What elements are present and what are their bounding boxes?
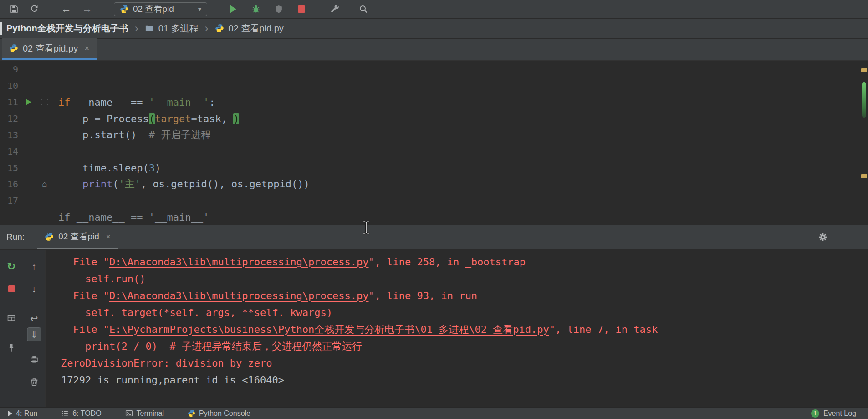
code-line[interactable]: if __name__ == '__main__':: [54, 97, 215, 108]
search-everywhere-button[interactable]: [357, 2, 370, 16]
console-line: File "E:\PycharmProjects\business\Python…: [61, 321, 868, 338]
sync-icon: [30, 5, 39, 14]
run-left-toolbar: ↻: [0, 250, 23, 407]
soft-wrap-button[interactable]: ↩: [28, 312, 41, 325]
settings-wrench-button[interactable]: [328, 2, 342, 16]
line-number[interactable]: 16: [0, 179, 22, 190]
save-all-button[interactable]: [7, 2, 21, 16]
editor-line: 10: [0, 78, 860, 94]
line-number[interactable]: 9: [0, 64, 22, 75]
toolwindow-run-button[interactable]: 4: Run: [8, 409, 37, 418]
traceback-file-link[interactable]: E:\PycharmProjects\business\Python全栈开发与分…: [109, 324, 549, 335]
editor-line: 15 time.sleep(3): [0, 160, 860, 176]
run-button[interactable]: [226, 2, 240, 16]
stripe-mark[interactable]: [861, 174, 867, 178]
editor-line: 9: [0, 61, 860, 78]
code-line[interactable]: print('主', os.getpid(), os.getppid()): [54, 177, 310, 191]
close-tab-icon[interactable]: ×: [84, 43, 89, 53]
run-toolwindow-icon: [8, 411, 12, 416]
run-config-label: 02 查看pid: [133, 3, 174, 15]
shield-icon: [274, 5, 283, 14]
main-toolbar: ← → 02 查看pid ▾: [0, 0, 868, 18]
coverage-button[interactable]: [272, 2, 286, 16]
breadcrumb-separator: ›: [135, 23, 138, 34]
soft-wrap-icon: ↩: [30, 314, 38, 323]
code-line[interactable]: time.sleep(3): [54, 162, 161, 174]
console-line: ZeroDivisionError: division by zero: [61, 355, 868, 372]
restore-layout-button[interactable]: [5, 312, 18, 325]
gutter-fold-column: −: [36, 99, 54, 105]
event-log-badge[interactable]: 1: [811, 409, 819, 418]
toolwindow-python-console-button[interactable]: Python Console: [188, 409, 250, 418]
scroll-to-end-button[interactable]: ⇓: [27, 327, 41, 341]
python-console-label: Python Console: [199, 409, 250, 418]
up-stack-trace-button[interactable]: ↑: [28, 260, 41, 273]
console-text: 17292 is running,parent id is <16040>: [61, 374, 284, 386]
bug-icon: [251, 5, 260, 14]
run-settings-button[interactable]: [817, 231, 829, 243]
debug-button[interactable]: [249, 2, 263, 16]
editor-line: 12 p = Process(target=task, ): [0, 110, 860, 127]
run-line-icon[interactable]: [26, 99, 31, 105]
stop-button[interactable]: [295, 2, 308, 16]
toolwindow-event-log-button[interactable]: Event Log: [823, 409, 856, 418]
printer-icon: [30, 355, 39, 364]
console-output[interactable]: File "D:\Anaconda3\lib\multiprocessing\p…: [46, 250, 868, 407]
stripe-mark[interactable]: [861, 68, 867, 72]
editor: 91011−if __name__ == '__main__':12 p = P…: [0, 61, 868, 225]
editor-line: 14: [0, 143, 860, 160]
down-stack-trace-button[interactable]: ↓: [28, 282, 41, 295]
pin-tab-button[interactable]: [5, 341, 18, 354]
breadcrumb-folder[interactable]: 01 多进程: [158, 22, 199, 35]
line-number[interactable]: 14: [0, 146, 22, 157]
console-text: print(2 / 0) # 子进程异常结束后，父进程仍然正常运行: [61, 341, 362, 352]
rerun-button[interactable]: ↻: [5, 260, 18, 273]
back-button[interactable]: ←: [59, 2, 73, 16]
toolwindow-terminal-button[interactable]: Terminal: [125, 409, 164, 418]
fold-end-icon[interactable]: ⌂: [42, 179, 47, 189]
console-toolbar: ↑ ↓ ↩ ⇓: [23, 250, 46, 407]
line-number[interactable]: 17: [0, 195, 22, 206]
chevron-down-icon: ▾: [198, 5, 201, 13]
breadcrumb-project[interactable]: Python全栈开发与分析电子书: [6, 22, 128, 35]
console-text: File ": [61, 290, 109, 301]
close-run-tab-icon[interactable]: ×: [106, 232, 111, 242]
run-config-selector[interactable]: 02 查看pid ▾: [114, 2, 207, 16]
traceback-file-link[interactable]: D:\Anaconda3\lib\multiprocessing\process…: [109, 290, 369, 301]
run-tool-window: ↻ ↑ ↓ ↩ ⇓ File "D:\Anaconda3\lib\multipr…: [0, 250, 868, 407]
sync-button[interactable]: [27, 2, 41, 16]
todo-label: 6: TODO: [72, 409, 101, 418]
python-icon: [120, 5, 129, 14]
breadcrumb-file[interactable]: 02 查看pid.py: [229, 22, 284, 35]
code-line[interactable]: p.start() # 开启子进程: [54, 128, 211, 142]
rerun-icon: ↻: [7, 261, 15, 272]
code-line[interactable]: p = Process(target=task, ): [54, 113, 239, 124]
hide-panel-button[interactable]: —: [841, 231, 853, 243]
line-number[interactable]: 10: [0, 80, 22, 91]
run-tab[interactable]: 02 查看pid ×: [37, 225, 118, 249]
console-text: ", line 7, in task: [549, 324, 658, 335]
python-icon: [9, 44, 18, 53]
print-button[interactable]: [28, 353, 41, 366]
traceback-file-link[interactable]: D:\Anaconda3\lib\multiprocessing\process…: [109, 256, 369, 268]
gutter-run-column: [22, 99, 36, 105]
navigation-bar: Python全栈开发与分析电子书 › 01 多进程 › 02 查看pid.py: [0, 19, 868, 38]
line-number[interactable]: 15: [0, 162, 22, 173]
editor-tab-active[interactable]: 02 查看pid.py ×: [2, 38, 97, 60]
run-icon: [230, 5, 236, 13]
trash-icon: [30, 378, 39, 387]
console-line: self._target(*self._args, **self._kwargs…: [61, 304, 868, 321]
layout-icon: [7, 314, 16, 323]
stop-process-button[interactable]: [5, 282, 18, 295]
toolwindow-todo-button[interactable]: 6: TODO: [61, 409, 101, 418]
editor-line: 17: [0, 192, 860, 209]
line-number[interactable]: 12: [0, 113, 22, 124]
fold-start-icon[interactable]: −: [41, 99, 48, 105]
forward-button[interactable]: →: [80, 2, 94, 16]
clear-all-button[interactable]: [28, 376, 41, 388]
console-text: self._target(*self._args, **self._kwargs…: [61, 307, 332, 318]
breadcrumb-separator: ›: [205, 23, 209, 34]
line-number[interactable]: 13: [0, 129, 22, 140]
line-number[interactable]: 11: [0, 97, 22, 108]
editor-scrollbar-stripe[interactable]: [860, 61, 868, 225]
